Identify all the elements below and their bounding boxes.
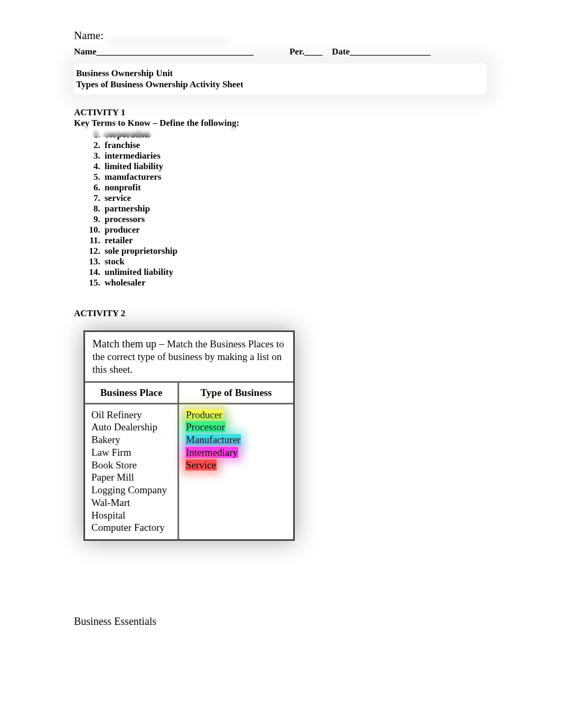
place-item: Logging Company — [91, 484, 173, 496]
place-item: Bakery — [91, 434, 173, 446]
top-name-blank: ________________________ — [107, 29, 227, 42]
match-instructions: Match them up – Match the Business Place… — [85, 332, 293, 383]
term-item: wholesaler — [102, 278, 487, 288]
footer-text: Business Essentials — [74, 615, 156, 628]
terms-list: corporation franchise intermediaries lim… — [102, 130, 487, 289]
type-manufacturer: Manufacturer — [185, 434, 241, 445]
term-item: manufacturers — [102, 172, 487, 182]
form-per-blank: ____ — [304, 47, 322, 57]
place-item: Wal-Mart — [91, 496, 173, 509]
header-line1: Business Ownership Unit — [76, 68, 485, 79]
term-item: processors — [102, 214, 487, 225]
term-item: corporation — [102, 130, 487, 140]
term-item: stock — [102, 256, 487, 267]
activity1-heading: ACTIVITY 1 — [74, 107, 487, 118]
place-item: Auto Dealership — [91, 421, 173, 434]
form-date-label: Date — [332, 47, 350, 57]
match-box: Match them up – Match the Business Place… — [83, 330, 295, 541]
top-name-label: Name: — [74, 29, 104, 42]
term-item: retailer — [102, 235, 487, 246]
header-line2: Types of Business Ownership Activity She… — [76, 79, 485, 90]
form-line: Name___________________________________ … — [74, 47, 487, 57]
form-date-blank: __________________ — [350, 47, 431, 57]
col-type-business: Type of Business — [179, 383, 293, 403]
match-header-row: Business Place Type of Business — [85, 383, 293, 404]
places-column: Oil Refinery Auto Dealership Bakery Law … — [85, 404, 179, 540]
header-box: Business Ownership Unit Types of Busines… — [74, 63, 487, 95]
top-name-line: Name: ________________________ — [74, 29, 487, 42]
place-item: Book Store — [91, 459, 173, 472]
types-column: Producer Processor Manufacturer Intermed… — [179, 404, 293, 540]
term-item: intermediaries — [102, 151, 487, 161]
term-item: limited liability — [102, 161, 487, 172]
term-item: nonprofit — [102, 182, 487, 193]
place-item: Computer Factory — [91, 521, 173, 534]
form-per-label: Per. — [289, 47, 304, 57]
place-item: Paper Mill — [91, 471, 173, 484]
type-producer: Producer — [185, 409, 223, 420]
term-item: franchise — [102, 140, 487, 151]
match-lead: Match them up – — [92, 338, 167, 349]
place-item: Law Firm — [91, 446, 173, 459]
col-business-place: Business Place — [85, 383, 179, 403]
term-item: sole proprietorship — [102, 246, 487, 256]
place-item: Hospital — [91, 509, 173, 522]
type-intermediary: Intermediary — [185, 447, 238, 458]
type-processor: Processor — [185, 421, 226, 432]
activity2-heading: ACTIVITY 2 — [74, 308, 487, 319]
activity1-subheading: Key Terms to Know – Define the following… — [74, 118, 487, 128]
type-service: Service — [185, 459, 217, 471]
term-item: unlimited liability — [102, 267, 487, 278]
term-item: producer — [102, 225, 487, 235]
term-item: service — [102, 193, 487, 204]
place-item: Oil Refinery — [91, 409, 173, 421]
form-name-label: Name — [74, 47, 96, 57]
form-name-blank: ___________________________________ — [96, 47, 254, 57]
term-item: partnership — [102, 204, 487, 214]
